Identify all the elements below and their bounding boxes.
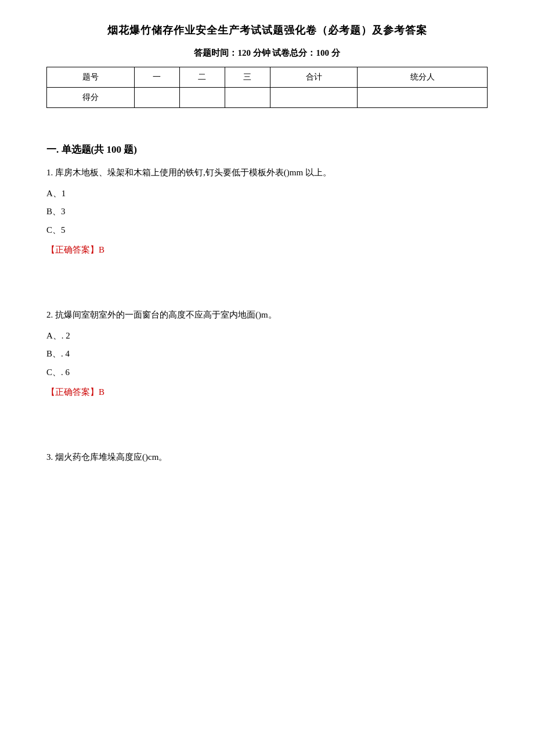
question-3-text: 3. 烟火药仓库堆垛高度应()cm。 (46, 450, 488, 465)
question-2-option-c: C、. 6 (46, 365, 488, 380)
question-2-option-b: B、. 4 (46, 347, 488, 362)
question-1: 1. 库房木地板、垛架和木箱上使用的铁钉,钉头要低于模板外表()mm 以上。 A… (46, 165, 488, 255)
question-2-text: 2. 抗爆间室朝室外的一面窗台的高度不应高于室内地面()m。 (46, 308, 488, 323)
header-cell-total: 合计 (270, 67, 358, 88)
header-cell-2: 二 (179, 67, 225, 88)
question-1-answer-prefix: 【正确答案】 (46, 245, 99, 254)
table-score-row: 得分 (47, 88, 488, 108)
question-1-option-c: C、5 (46, 223, 488, 238)
score-cell-scorer (358, 88, 488, 108)
score-cell-2 (179, 88, 225, 108)
question-2-answer-value: B (99, 387, 104, 397)
score-cell-1 (134, 88, 179, 108)
question-2-answer-prefix: 【正确答案】 (46, 387, 99, 397)
question-1-option-a: A、1 (46, 186, 488, 201)
question-2: 2. 抗爆间室朝室外的一面窗台的高度不应高于室内地面()m。 A、. 2 B、.… (46, 308, 488, 398)
exam-info: 答题时间：120 分钟 试卷总分：100 分 (46, 48, 488, 59)
header-cell-tihao: 题号 (47, 67, 135, 88)
question-1-option-b: B、3 (46, 204, 488, 219)
page-title: 烟花爆竹储存作业安全生产考试试题强化卷（必考题）及参考答案 (46, 23, 488, 37)
table-header-row: 题号 一 二 三 合计 统分人 (47, 67, 488, 88)
question-1-answer-value: B (99, 245, 104, 254)
score-table: 题号 一 二 三 合计 统分人 得分 (46, 67, 488, 108)
header-cell-scorer: 统分人 (358, 67, 488, 88)
header-cell-3: 三 (225, 67, 270, 88)
question-1-answer: 【正确答案】B (46, 244, 488, 255)
question-2-answer: 【正确答案】B (46, 387, 488, 398)
score-cell-3 (225, 88, 270, 108)
question-3: 3. 烟火药仓库堆垛高度应()cm。 (46, 450, 488, 465)
score-cell-total (270, 88, 358, 108)
question-1-text: 1. 库房木地板、垛架和木箱上使用的铁钉,钉头要低于模板外表()mm 以上。 (46, 165, 488, 181)
score-label: 得分 (47, 88, 135, 108)
header-cell-1: 一 (134, 67, 179, 88)
section1-title: 一. 单选题(共 100 题) (46, 143, 488, 156)
question-2-option-a: A、. 2 (46, 329, 488, 344)
